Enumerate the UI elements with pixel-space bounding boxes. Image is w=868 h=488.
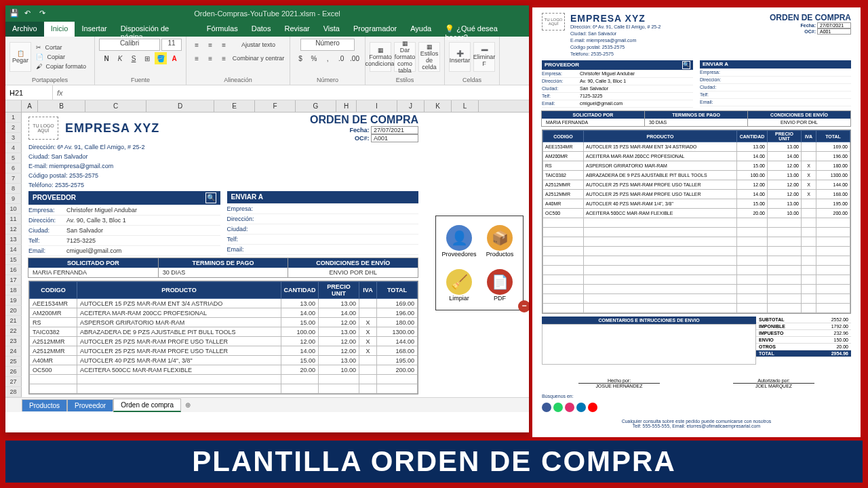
font-color-button[interactable]: A	[168, 52, 180, 64]
ribbon-tabs: Archivo Inicio Insertar Disposición de p…	[5, 22, 529, 37]
number-label: Número	[294, 77, 361, 83]
wrap-text-button[interactable]: Ajustar texto	[231, 39, 285, 51]
pdf-button[interactable]: 📄PDF	[481, 264, 519, 306]
cell-styles-button[interactable]: ▦Estilos de celda	[418, 42, 440, 72]
font-name[interactable]: Calibri	[99, 39, 160, 51]
cells-label: Celdas	[449, 77, 495, 83]
linkedin-icon	[576, 403, 586, 412]
font-label: Fuente	[99, 77, 182, 83]
instagram-icon	[565, 403, 574, 412]
facebook-icon	[542, 403, 551, 412]
merge-button[interactable]: Combinar y centrar	[231, 52, 285, 64]
tab-ayuda[interactable]: Ayuda	[403, 22, 438, 37]
font-size[interactable]: 11	[161, 39, 182, 51]
youtube-icon	[588, 403, 597, 412]
company-email: E-mail: miempresa@gmail.com	[28, 161, 425, 171]
sheet-tabs: Productos Proveedor Orden de compra ⊕	[5, 397, 529, 412]
save-icon[interactable]: 💾	[9, 9, 19, 18]
company-postal: Código postal: 2535-2575	[28, 171, 425, 180]
tab-proveedor[interactable]: Proveedor	[67, 399, 113, 411]
company-address: Dirección: 6ª Av. 91, Calle El Amigo, # …	[28, 142, 425, 152]
column-headers: ABCDEFGHIJKL	[5, 100, 529, 113]
clipboard-label: Portapapeles	[9, 77, 90, 83]
table-format-button[interactable]: ▦Dar formato como tabla	[394, 42, 416, 72]
number-format[interactable]: Número	[300, 39, 355, 51]
tab-programador[interactable]: Programador	[347, 22, 403, 37]
company-city: Ciudad: San Salvador	[28, 152, 425, 161]
window-title: Orden-Compras-YouTube 2021.xlsm - Excel	[194, 9, 340, 18]
italic-button[interactable]: K	[114, 52, 126, 64]
undo-icon[interactable]: ↶	[24, 9, 34, 18]
productos-button[interactable]: 📦Productos	[481, 220, 519, 262]
paste-button[interactable]: 📋Pegar	[9, 42, 31, 72]
bold-button[interactable]: N	[100, 52, 113, 64]
titlebar: 💾 ↶ ↷ Orden-Compras-YouTube 2021.xlsm - …	[5, 5, 529, 22]
po-date[interactable]: 27/07/2021	[371, 126, 418, 134]
format-painter-button[interactable]: 🖌 Copiar formato	[34, 62, 90, 70]
video-title-banner: PLANTILLA ORDEN DE COMPRA	[5, 441, 863, 483]
company-name: EMPRESA XYZ	[65, 121, 159, 136]
worksheet-grid[interactable]: ABCDEFGHIJKL 123456789101112131415161718…	[5, 100, 529, 397]
tab-disposicion[interactable]: Disposición de página	[114, 22, 200, 37]
po-title: ORDEN DE COMPRA	[310, 114, 418, 126]
add-sheet-button[interactable]: ⊕	[181, 401, 195, 409]
search-proveedor-icon[interactable]: 🔍	[205, 192, 216, 203]
cond-format-button[interactable]: ▦Formato condicional	[370, 42, 391, 72]
tab-revisar[interactable]: Revisar	[277, 22, 316, 37]
tab-inicio[interactable]: Inicio	[44, 22, 75, 37]
tab-productos[interactable]: Productos	[22, 399, 67, 411]
whatsapp-icon	[553, 403, 563, 412]
items-table[interactable]: CODIGO PRODUCTO CANTIDAD PRECIO UNIT IVA…	[28, 281, 418, 394]
ribbon: 📋Pegar ✂ Cortar 📄 Copiar 🖌 Copiar format…	[5, 37, 529, 85]
redo-icon[interactable]: ↷	[39, 9, 49, 18]
limpiar-button[interactable]: 🧹Limpiar	[440, 264, 478, 306]
cut-button[interactable]: ✂ Cortar	[34, 43, 90, 52]
fill-color-button[interactable]: 🪣	[155, 52, 167, 64]
proveedores-button[interactable]: 👤Proveedores	[440, 220, 478, 262]
copy-button[interactable]: 📄 Copiar	[34, 53, 90, 61]
excel-window: 💾 ↶ ↷ Orden-Compras-YouTube 2021.xlsm - …	[5, 5, 529, 432]
tell-me[interactable]: 💡 ¿Qué desea hacer?	[438, 22, 529, 37]
tab-orden-compra[interactable]: Orden de compra	[113, 399, 181, 412]
styles-label: Estilos	[370, 77, 440, 83]
logo-placeholder: TU LOGO AQUÍ	[28, 117, 58, 140]
border-button[interactable]: ⊞	[141, 52, 153, 64]
align-label: Alineación	[191, 77, 285, 83]
tab-archivo[interactable]: Archivo	[5, 22, 44, 37]
formula-bar: H21 fx	[5, 85, 529, 100]
name-box[interactable]: H21	[5, 85, 53, 100]
fx-icon[interactable]: fx	[53, 89, 67, 97]
row-headers: 1234567891011121314151617181920212223242…	[5, 113, 22, 397]
tab-insertar[interactable]: Insertar	[75, 22, 113, 37]
tab-formulas[interactable]: Fórmulas	[200, 22, 245, 37]
insert-cells-button[interactable]: ➕Insertar	[449, 42, 471, 72]
company-phone: Teléfono: 2535-2575	[28, 180, 425, 190]
underline-button[interactable]: S	[127, 52, 140, 64]
po-number[interactable]: A001	[371, 134, 418, 142]
delete-cells-button[interactable]: ➖Eliminar F	[473, 42, 495, 72]
print-preview: TU LOGO AQUÍ EMPRESA XYZ Dirección: 6ª A…	[530, 5, 863, 439]
delete-row-button[interactable]: −	[518, 300, 529, 312]
tab-datos[interactable]: Datos	[245, 22, 278, 37]
tab-vista[interactable]: Vista	[317, 22, 347, 37]
macro-panel: 👤Proveedores 📦Productos 🧹Limpiar 📄PDF	[435, 216, 524, 310]
